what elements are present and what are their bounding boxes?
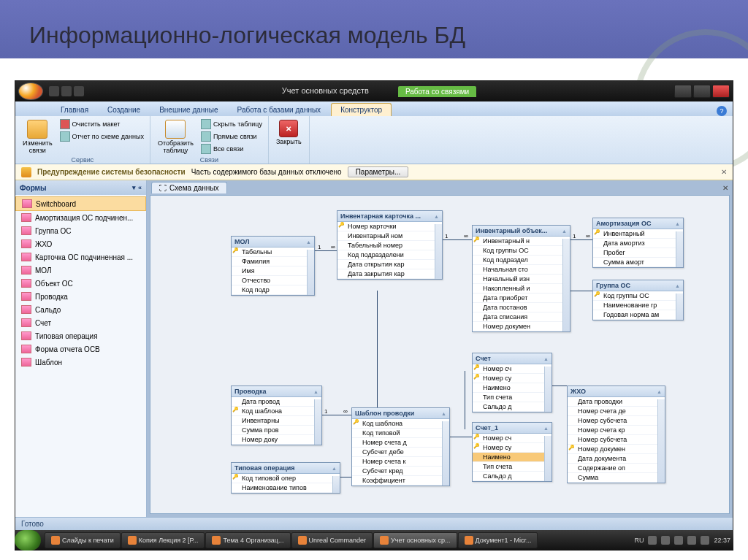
table-field[interactable]: Сумма пров	[232, 426, 321, 435]
table-field[interactable]: Инвентарный	[593, 229, 683, 239]
scrollbar[interactable]	[307, 250, 314, 295]
table-field[interactable]: Дата открытия кар	[337, 260, 442, 269]
table-field[interactable]: Номер доку	[232, 435, 321, 445]
relationship-report-button[interactable]: Отчет по схеме данных	[58, 131, 145, 142]
table-field[interactable]: Табельны	[232, 248, 314, 257]
clear-layout-button[interactable]: Очистить макет	[58, 118, 145, 130]
table-header[interactable]: Счет_1	[473, 423, 552, 434]
nav-item[interactable]: ЖХО	[15, 237, 146, 250]
scrollbar[interactable]	[442, 421, 449, 486]
table-field[interactable]: Номер сч	[473, 434, 552, 443]
security-options-button[interactable]: Параметры...	[348, 166, 409, 177]
table-amort[interactable]: Амортизация ОСИнвентарныйДата амортизПро…	[592, 218, 684, 268]
table-schet[interactable]: СчетНомер счНомер суНаименоТип счетаСаль…	[472, 353, 552, 413]
table-field[interactable]: Дата приобрет	[473, 294, 570, 303]
close-button[interactable]	[712, 85, 730, 98]
table-header[interactable]: ЖХО	[568, 386, 665, 397]
office-button[interactable]	[18, 83, 43, 100]
nav-item[interactable]: Типовая операция	[15, 329, 146, 342]
table-field[interactable]: Накопленный и	[473, 284, 570, 294]
language-indicator[interactable]: RU	[634, 537, 644, 544]
nav-item[interactable]: Амортизация ОС подчинен...	[15, 211, 146, 224]
table-header[interactable]: МОЛ	[232, 237, 314, 248]
table-field[interactable]: Код группы ОС	[593, 291, 683, 301]
table-field[interactable]: Код подраздел	[473, 256, 570, 265]
table-mol[interactable]: МОЛТабельныФамилияИмяОтчествоКод подр	[231, 236, 315, 296]
table-shabl[interactable]: Шаблон проводкиКод шаблонаКод типовойНом…	[351, 407, 450, 486]
table-field[interactable]: Сумма	[568, 473, 665, 483]
table-field[interactable]: Наименование типов	[232, 483, 340, 493]
table-field[interactable]: Коэффициент	[352, 476, 449, 486]
table-typop[interactable]: Типовая операцияКод типовой оперНаименов…	[231, 462, 340, 494]
nav-item[interactable]: Проводка	[15, 290, 146, 303]
scrollbar[interactable]	[657, 399, 665, 483]
scrollbar[interactable]	[314, 399, 321, 445]
tab-design[interactable]: Конструктор	[331, 103, 392, 116]
table-header[interactable]: Инвентарный объек...	[473, 226, 570, 237]
tab-create[interactable]: Создание	[99, 104, 149, 116]
scrollbar[interactable]	[435, 224, 442, 279]
table-field[interactable]: Номер счета де	[568, 407, 665, 416]
table-field[interactable]: Имя	[232, 266, 314, 276]
nav-header[interactable]: Формы▾ «	[15, 180, 146, 195]
edit-relationships-button[interactable]: Изменить связи	[20, 118, 56, 156]
table-field[interactable]: Сумма аморт	[593, 258, 683, 267]
quick-access-toolbar[interactable]	[49, 86, 84, 96]
close-tab-icon[interactable]: ✕	[722, 184, 728, 192]
clock[interactable]: 22:37	[714, 537, 730, 544]
taskbar-item[interactable]: Документ1 - Micr...	[458, 532, 538, 548]
tray-icon[interactable]	[674, 536, 683, 545]
table-field[interactable]: Номер су	[473, 443, 552, 453]
table-field[interactable]: Код подр	[232, 285, 314, 295]
scrollbar[interactable]	[676, 231, 683, 267]
table-header[interactable]: Амортизация ОС	[593, 218, 683, 229]
nav-item[interactable]: Форма отчета ОСВ	[15, 342, 146, 356]
table-field[interactable]: Начальный изн	[473, 275, 570, 284]
taskbar-item[interactable]: Копия Лекция 2 [Р...	[121, 532, 205, 548]
nav-item[interactable]: Шаблон	[15, 356, 146, 369]
table-field[interactable]: Номер субсчета	[568, 416, 665, 426]
table-field[interactable]: Табельный номер	[337, 241, 442, 250]
table-field[interactable]: Годовая норма ам	[593, 310, 683, 320]
table-field[interactable]: Номер карточки	[337, 222, 442, 231]
table-field[interactable]: Номер докумен	[473, 322, 570, 331]
scrollbar[interactable]	[544, 367, 552, 412]
nav-item[interactable]: Карточка ОС подчиненная ...	[15, 250, 146, 264]
table-field[interactable]: Номер счета кр	[568, 426, 665, 435]
start-button[interactable]	[15, 530, 41, 551]
table-obj[interactable]: Инвентарный объек...Инвентарный нКод гру…	[472, 225, 570, 332]
table-jho[interactable]: ЖХОДата проводкиНомер счета деНомер субс…	[567, 386, 665, 483]
table-field[interactable]: Субсчет дебе	[352, 448, 449, 457]
table-schet1[interactable]: Счет_1Номер счНомер суНаименоТип счетаСа…	[472, 422, 552, 482]
table-field[interactable]: Номер су	[473, 374, 552, 383]
table-header[interactable]: Проводка	[232, 386, 321, 397]
close-relationships-button[interactable]: ✕Закрыть	[273, 118, 305, 147]
tray-icon[interactable]	[701, 536, 709, 545]
table-field[interactable]: Код типовой	[352, 429, 449, 438]
table-field[interactable]: Наименование гр	[593, 301, 683, 310]
table-field[interactable]: Наимено	[473, 383, 552, 393]
table-header[interactable]: Группа ОС	[593, 280, 683, 291]
table-field[interactable]: Код типовой опер	[232, 474, 340, 483]
nav-item[interactable]: Объект ОС	[15, 277, 146, 290]
tray-icon[interactable]	[648, 536, 657, 545]
nav-item[interactable]: Сальдо	[15, 303, 146, 316]
scrollbar[interactable]	[562, 239, 570, 331]
table-field[interactable]: Субсчет кред	[352, 467, 449, 476]
table-field[interactable]: Номер субсчета	[568, 435, 665, 445]
nav-item[interactable]: Счет	[15, 316, 146, 329]
security-close-icon[interactable]: ✕	[721, 168, 727, 176]
tab-database-tools[interactable]: Работа с базами данных	[229, 104, 330, 116]
table-field[interactable]: Код подразделени	[337, 250, 442, 260]
taskbar-item[interactable]: Учет основных ср...	[373, 532, 457, 548]
table-header[interactable]: Инвентарная карточка ...	[337, 211, 442, 222]
table-field[interactable]: Номер счета д	[352, 438, 449, 448]
nav-item[interactable]: Switchboard	[15, 196, 146, 211]
tab-external-data[interactable]: Внешние данные	[150, 104, 226, 116]
taskbar-item[interactable]: Unreal Commander	[291, 532, 373, 548]
minimize-button[interactable]	[674, 85, 692, 98]
table-field[interactable]: Сальдо д	[473, 472, 552, 481]
table-field[interactable]: Инвентарный ном	[337, 231, 442, 241]
table-field[interactable]: Дата амортиз	[593, 239, 683, 248]
table-field[interactable]: Наимено	[473, 453, 552, 462]
